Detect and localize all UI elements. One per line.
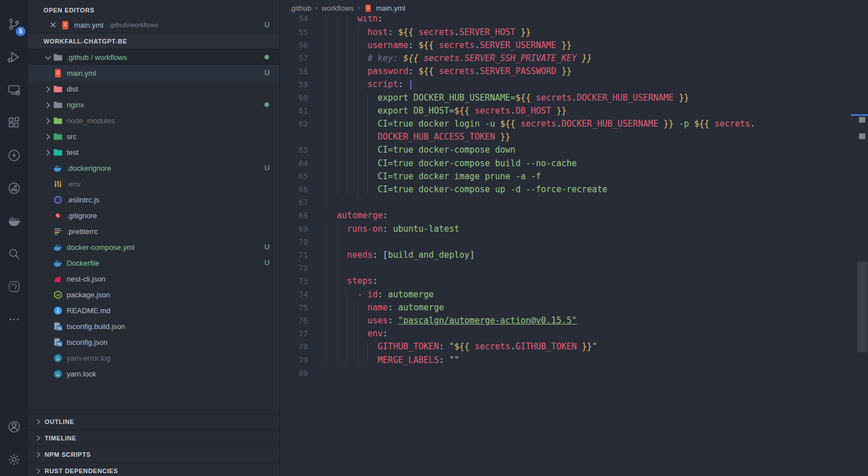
tree-item[interactable]: DockerfileU: [28, 255, 279, 271]
code-line[interactable]: 71 needs: [build_and_deploy]: [280, 249, 798, 262]
line-number: 63: [280, 144, 308, 157]
source-control-icon[interactable]: 5: [0, 8, 28, 41]
breadcrumb[interactable]: .github›workflows›main.yml: [280, 0, 868, 16]
panel-header-outline[interactable]: OUTLINE: [28, 413, 279, 430]
code-line[interactable]: 68 automerge:: [280, 209, 798, 222]
ts-file-icon: TS: [53, 322, 63, 331]
panel-header-rust-dependencies[interactable]: RUST DEPENDENCIES: [28, 462, 279, 476]
panel-header-npm-scripts[interactable]: NPM SCRIPTS: [28, 446, 279, 462]
code-line[interactable]: 74 - id: automerge: [280, 288, 798, 301]
code-line[interactable]: 66 CI=true docker-compose up -d --force-…: [280, 183, 798, 196]
tree-item[interactable]: docker-compose.ymlU: [28, 239, 279, 255]
breadcrumb-separator-icon: ›: [315, 4, 318, 12]
code-line[interactable]: 63 CI=true docker-compose down: [280, 144, 798, 157]
extensions-icon[interactable]: [0, 106, 28, 139]
item-label: main.yml: [74, 21, 103, 29]
tree-item[interactable]: nest-cli.json: [28, 271, 279, 287]
explorer-icon[interactable]: [0, 0, 28, 8]
tree-indent-guide: [50, 65, 50, 81]
line-number: 68: [280, 209, 308, 222]
postgres-icon[interactable]: [0, 270, 28, 303]
open-editors-header[interactable]: OPEN EDITORS: [28, 3, 279, 17]
tree-item[interactable]: node_modules: [28, 112, 279, 128]
code-line[interactable]: 58 password: ${{ secrets.SERVER_PASSWORD…: [280, 65, 798, 78]
git-status-badge: U: [264, 259, 270, 267]
docker-icon[interactable]: [0, 205, 28, 237]
tree-item[interactable]: main.ymlU: [28, 65, 279, 81]
breadcrumb-file[interactable]: main.yml: [376, 4, 405, 12]
code-area[interactable]: 54 with:55 host: ${{ secrets.SERVER_HOST…: [280, 0, 798, 476]
tree-item[interactable]: .github / workflows: [28, 49, 279, 65]
account-icon[interactable]: [0, 410, 28, 443]
code-line[interactable]: 73 steps:: [280, 275, 798, 288]
code-line[interactable]: 57 # key: ${{ secrets.SERVER_SSH_PRIVATE…: [280, 52, 798, 65]
code-line[interactable]: 56 username: ${{ secrets.SERVER_USERNAME…: [280, 39, 798, 52]
code-line[interactable]: 62 CI=true docker login -u ${{ secrets.D…: [280, 118, 798, 131]
close-icon[interactable]: [49, 20, 58, 29]
vertical-scrollbar[interactable]: [857, 262, 867, 352]
tree-item[interactable]: JSpackage.json: [28, 287, 279, 302]
workspace-header[interactable]: WORKFALL-CHATGPT-BE: [28, 33, 279, 49]
tree-item[interactable]: .prettierrc: [28, 223, 279, 239]
tree-item[interactable]: dist: [28, 81, 279, 97]
search-icon[interactable]: [0, 237, 28, 270]
code-line[interactable]: 69 runs-on: ubuntu-latest: [280, 223, 798, 236]
tree-item[interactable]: TStsconfig.json: [28, 334, 279, 350]
code-line[interactable]: 55 host: ${{ secrets.SERVER_HOST }}: [280, 26, 798, 39]
panel-header-timeline[interactable]: TIMELINE: [28, 430, 279, 446]
line-number: 55: [280, 26, 308, 39]
line-number: 71: [280, 249, 308, 262]
code-line[interactable]: 72: [280, 262, 798, 275]
item-label: docker-compose.yml: [67, 243, 134, 252]
tree-item[interactable]: yarn.lock: [28, 366, 279, 382]
code-line[interactable]: 64 CI=true docker-compose build --no-cac…: [280, 157, 798, 170]
run-debug-icon[interactable]: [0, 41, 28, 73]
settings-icon[interactable]: [0, 443, 28, 476]
code-line[interactable]: 67: [280, 196, 798, 209]
code-line[interactable]: 59 script: |: [280, 78, 798, 91]
chevron-spacer: [43, 163, 53, 172]
tree-item[interactable]: .dockerignoreU: [28, 160, 279, 176]
breadcrumb-item[interactable]: .github: [289, 4, 311, 12]
open-editor-item[interactable]: main.yml.github/workflowsU: [28, 17, 279, 33]
chevron-right-icon: [43, 100, 53, 109]
tree-item[interactable]: src: [28, 128, 279, 144]
code-line[interactable]: 80: [280, 367, 798, 380]
tree-item[interactable]: TStsconfig.build.json: [28, 318, 279, 334]
graph-icon[interactable]: [0, 172, 28, 205]
chevron-spacer: [43, 179, 53, 188]
code-line[interactable]: 70: [280, 236, 798, 249]
editor-pane[interactable]: 54 with:55 host: ${{ secrets.SERVER_HOST…: [280, 0, 868, 476]
yarn-file-icon: [53, 369, 63, 378]
code-line[interactable]: 76 uses: "pascalgn/automerge-action@v0.1…: [280, 314, 798, 327]
chevron-spacer: [43, 369, 53, 378]
tree-item[interactable]: test: [28, 144, 279, 160]
indent-guide: [327, 236, 327, 249]
item-label: main.yml: [67, 69, 96, 77]
tree-item[interactable]: nginx: [28, 97, 279, 112]
tree-item[interactable]: yarn-error.log: [28, 350, 279, 366]
remote-explorer-icon[interactable]: [0, 73, 28, 106]
tree-item[interactable]: .gitignore: [28, 207, 279, 223]
line-number: 57: [280, 52, 308, 65]
code-line[interactable]: 75 name: automerge: [280, 301, 798, 314]
item-label: yarn-error.log: [67, 354, 110, 362]
tree-item[interactable]: .env: [28, 176, 279, 192]
code-line[interactable]: 79 MERGE_LABELS: "": [280, 354, 798, 367]
git-modified-dot: [264, 102, 269, 107]
git-status-badge: U: [264, 164, 270, 172]
code-line[interactable]: 61 export DB_HOST=${{ secrets.DB_HOST }}: [280, 105, 798, 118]
indent-guide: [327, 262, 327, 275]
tree-item[interactable]: .eslintrc.js: [28, 192, 279, 207]
breadcrumb-item[interactable]: workflows: [322, 4, 354, 12]
more-icon[interactable]: [0, 303, 28, 336]
code-line[interactable]: 77 env:: [280, 327, 798, 340]
code-line[interactable]: DOCKER_HUB_ACCESS_TOKEN }}: [280, 131, 798, 144]
code-line[interactable]: 78 GITHUB_TOKEN: "${{ secrets.GITHUB_TOK…: [280, 340, 798, 353]
code-line[interactable]: 60 export DOCKER_HUB_USERNAME=${{ secret…: [280, 92, 798, 105]
chevron-right-icon: [34, 466, 43, 475]
code-line[interactable]: 65 CI=true docker image prune -a -f: [280, 170, 798, 183]
eslint-file-icon: [53, 195, 63, 204]
thunder-client-icon[interactable]: [0, 139, 28, 172]
tree-item[interactable]: README.md: [28, 302, 279, 318]
